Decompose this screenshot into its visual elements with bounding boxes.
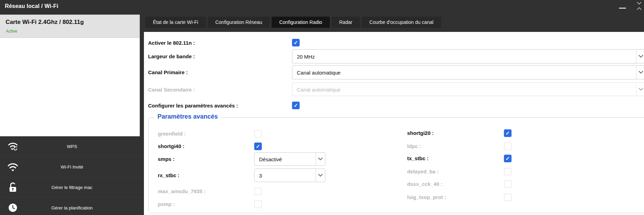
delayed-ba-checkbox bbox=[504, 168, 512, 175]
select-value: 20 MHz bbox=[297, 53, 315, 59]
chevron-down-icon bbox=[316, 169, 325, 182]
dsss-cck-40-checkbox bbox=[504, 180, 512, 188]
sidebar-item-label: WPS bbox=[0, 144, 144, 149]
largeur-bande-select[interactable]: 20 MHz bbox=[292, 49, 644, 63]
sidebar-nav: WPS Wi-Fi Invité Gérer le f bbox=[0, 136, 144, 215]
label-psmp: psmp : bbox=[158, 200, 175, 208]
shortgi40-checkbox[interactable]: ✓ bbox=[254, 143, 262, 150]
chevron-up-icon[interactable] bbox=[636, 7, 642, 11]
psmp-checkbox bbox=[254, 200, 262, 208]
tab-etat-carte-wifi[interactable]: État de la carte Wi-Fi bbox=[145, 17, 206, 28]
label-dsss-cck-40: dsss_cck_40 : bbox=[407, 180, 443, 188]
sidebar-item-wifi-invite[interactable]: Wi-Fi Invité bbox=[0, 156, 144, 177]
tab-configuration-reseau[interactable]: Configuration Réseau bbox=[208, 17, 270, 28]
label-activer-80211n: Activer le 802.11n : bbox=[148, 39, 195, 47]
select-value: Canal automatique bbox=[297, 69, 341, 75]
chevron-down-icon bbox=[316, 153, 325, 165]
max-amsdu-7935-checkbox bbox=[254, 188, 262, 195]
greenfield-checkbox bbox=[254, 130, 262, 138]
label-configurer-avances: Configurer les paramètres avancés : bbox=[148, 102, 238, 110]
check-icon: ✓ bbox=[294, 103, 298, 108]
configurer-avances-checkbox[interactable]: ✓ bbox=[292, 102, 300, 109]
label-ldpc: ldpc : bbox=[407, 143, 421, 150]
check-icon: ✓ bbox=[294, 40, 298, 45]
adapter-title: Carte Wi-Fi 2.4Ghz / 802.11g bbox=[6, 19, 84, 26]
label-rx-stbc: rx_stbc : bbox=[158, 172, 180, 179]
tab-configuration-radio[interactable]: Configuration Radio bbox=[272, 17, 330, 28]
sidebar-item-label: Gérer le filtrage mac bbox=[0, 185, 144, 190]
smps-select[interactable]: Désactivé bbox=[254, 152, 325, 166]
rx-stbc-select[interactable]: 3 bbox=[254, 169, 325, 182]
select-value: 3 bbox=[259, 172, 262, 178]
label-canal-primaire: Canal Primaire : bbox=[148, 69, 188, 76]
wifi-adapter-card[interactable]: Carte Wi-Fi 2.4Ghz / 802.11g Active bbox=[0, 15, 139, 38]
page-title: Réseau local / Wi-Fi bbox=[5, 3, 58, 9]
tab-bar: État de la carte Wi-Fi Configuration Rés… bbox=[145, 17, 441, 28]
sidebar-item-label: Gérer la planification bbox=[0, 205, 144, 210]
label-greenfield: greenfield : bbox=[158, 130, 186, 138]
label-shortgi20: shortgi20 : bbox=[407, 129, 434, 137]
sidebar-item-filtrage-mac[interactable]: Gérer le filtrage mac bbox=[0, 177, 144, 197]
label-smps: smps : bbox=[158, 155, 174, 163]
canal-secondaire-select: Canal automatique bbox=[292, 83, 644, 96]
lsig-txop-prot-checkbox bbox=[504, 194, 512, 201]
wifi-settings-window: Réseau local / Wi-Fi État de la carte Wi… bbox=[0, 0, 644, 215]
chevron-down-icon bbox=[636, 66, 644, 79]
chevron-down-icon[interactable] bbox=[636, 1, 642, 5]
title-bar bbox=[0, 0, 644, 15]
check-icon: ✓ bbox=[506, 130, 510, 136]
sidebar-item-planification[interactable]: Gérer la planification bbox=[0, 197, 144, 215]
label-canal-secondaire: Canal Secondaire : bbox=[148, 86, 195, 94]
chevron-down-icon bbox=[636, 83, 644, 96]
tx-stbc-checkbox[interactable]: ✓ bbox=[504, 155, 512, 162]
label-max-amsdu-7935: max_amsdu_7935 : bbox=[158, 188, 206, 195]
check-icon: ✓ bbox=[256, 144, 260, 149]
tab-courbe-occupation-canal[interactable]: Courbe d'occupation du canal bbox=[362, 17, 441, 28]
canal-primaire-select[interactable]: Canal automatique bbox=[292, 65, 644, 79]
minimize-icon[interactable] bbox=[619, 8, 626, 9]
label-lsig-txop-prot: lsig_txop_prot : bbox=[407, 194, 446, 201]
check-icon: ✓ bbox=[506, 156, 510, 161]
label-largeur-bande: Largeur de bande : bbox=[148, 53, 195, 60]
select-value: Canal automatique bbox=[297, 86, 341, 92]
select-value: Désactivé bbox=[259, 156, 282, 162]
fieldset-legend: Paramètres avancés bbox=[154, 113, 221, 120]
sidebar-item-label: Wi-Fi Invité bbox=[0, 164, 144, 170]
activer-80211n-checkbox[interactable]: ✓ bbox=[292, 39, 300, 46]
sidebar-item-wps[interactable]: WPS bbox=[0, 136, 144, 156]
label-delayed-ba: delayed_ba : bbox=[407, 168, 439, 175]
chevron-down-icon bbox=[636, 50, 644, 63]
shortgi20-checkbox[interactable]: ✓ bbox=[504, 129, 512, 137]
label-shortgi40: shortgi40 : bbox=[158, 143, 184, 150]
label-tx-stbc: tx_stbc : bbox=[407, 155, 429, 162]
tab-radar[interactable]: Radar bbox=[332, 17, 360, 28]
parametres-avances-fieldset: Paramètres avancés greenfield : shortgi4… bbox=[148, 117, 644, 213]
adapter-status: Active bbox=[6, 29, 17, 34]
ldpc-checkbox bbox=[504, 143, 512, 150]
